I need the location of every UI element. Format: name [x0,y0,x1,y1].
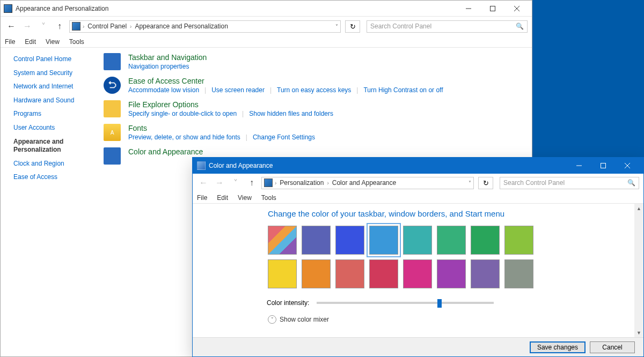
intensity-slider[interactable] [317,302,494,304]
overlay-search-input[interactable]: Search Control Panel 🔍 [500,177,639,189]
category-link[interactable]: Change Font Settings [253,133,315,141]
recent-dropdown[interactable]: ˅ [37,20,50,33]
left-link-control-panel-home[interactable]: Control Panel Home [13,55,93,64]
color-swatch[interactable] [403,259,432,288]
overlay-crumb-color[interactable]: Color and Appearance [331,179,397,187]
menu-view[interactable]: View [46,38,60,46]
address-bar[interactable]: › Control Panel › Appearance and Persona… [69,20,341,33]
category-link[interactable]: Show hidden files and folders [249,110,333,117]
category-icon: A [104,124,121,141]
category-title[interactable]: File Explorer Options [128,100,333,109]
left-link-ease-of-access[interactable]: Ease of Access [13,173,93,182]
left-link-programs[interactable]: Programs [13,110,93,118]
category-link[interactable]: Turn High Contrast on or off [363,86,443,94]
category-title[interactable]: Ease of Access Center [128,77,443,85]
overlay-address-bar[interactable]: › Personalization › Color and Appearance… [261,177,474,189]
category-body: File Explorer Options Specify single- or… [128,100,333,117]
overlay-close-button[interactable] [615,158,639,174]
overlay-refresh-button[interactable]: ↻ [478,177,493,189]
menu-edit[interactable]: Edit [217,194,228,202]
crumb-sep-icon: › [130,24,131,29]
category-link[interactable]: Accommodate low vision [128,86,199,94]
cancel-button[interactable]: Cancel [590,341,635,353]
left-link-system-and-security[interactable]: System and Security [13,69,93,78]
left-link-hardware-and-sound[interactable]: Hardware and Sound [13,96,93,105]
color-swatch[interactable] [335,259,364,288]
save-changes-button[interactable]: Save changes [530,341,586,353]
category-title[interactable]: Fonts [128,124,315,132]
category-link[interactable]: Specify single- or double-click to open [128,110,237,117]
color-swatch[interactable] [268,259,297,288]
left-link-network-and-internet[interactable]: Network and Internet [13,83,93,91]
category-row: ⮌ Ease of Access Center Accommodate low … [104,77,521,94]
intensity-label: Color intensity: [267,299,309,307]
maximize-button[interactable] [480,1,504,16]
scroll-down-icon[interactable]: ▼ [634,328,643,337]
overlay-up-button[interactable]: ↑ [245,176,258,189]
category-link[interactable]: Preview, delete, or show and hide fonts [128,133,240,141]
crumb-sep-icon: › [83,24,84,29]
color-swatch[interactable] [437,226,466,255]
overlay-icon [197,161,206,170]
forward-button[interactable]: → [21,20,34,33]
scroll-up-icon[interactable]: ▲ [634,204,643,213]
menu-view[interactable]: View [238,194,252,202]
overlay-recent-dropdown[interactable]: ˅ [229,176,242,189]
color-mixer-toggle[interactable]: ˅ Show color mixer [268,315,635,324]
overlay-maximize-button[interactable] [591,158,615,174]
color-swatch[interactable] [437,259,466,288]
color-swatch[interactable] [471,259,500,288]
left-link-user-accounts[interactable]: User Accounts [13,124,93,132]
color-swatch[interactable] [403,226,432,255]
category-icon [104,53,121,70]
overlay-button-bar: Save changes Cancel [193,337,643,356]
color-heading: Change the color of your taskbar, window… [268,209,635,218]
main-titlebar: Appearance and Personalization [1,1,532,17]
intensity-row: Color intensity: [267,299,635,307]
category-title[interactable]: Color and Appearance [128,147,203,156]
refresh-button[interactable]: ↻ [345,20,360,33]
main-menu-bar: FileEditViewTools [1,36,532,48]
color-swatch[interactable] [302,226,331,255]
close-button[interactable] [504,1,529,16]
overlay-title-text: Color and Appearance [209,162,567,169]
minimize-button[interactable] [456,1,480,16]
menu-edit[interactable]: Edit [25,38,36,46]
category-row: A Fonts Preview, delete, or show and hid… [104,124,521,141]
left-link-clock-and-region[interactable]: Clock and Region [13,160,93,168]
color-swatch[interactable] [471,226,500,255]
svg-rect-1 [490,6,495,11]
menu-file[interactable]: File [197,194,207,202]
color-swatch[interactable] [335,226,364,255]
category-links: Navigation properties [128,63,207,70]
menu-tools[interactable]: Tools [69,38,84,46]
menu-tools[interactable]: Tools [261,194,276,202]
color-swatch[interactable] [302,259,331,288]
category-link[interactable]: Turn on easy access keys [277,86,351,94]
overlay-crumb-personalization[interactable]: Personalization [279,179,325,187]
overlay-minimize-button[interactable] [567,158,591,174]
color-swatch[interactable] [504,259,533,288]
overlay-back-button[interactable]: ← [197,176,210,189]
vertical-scrollbar[interactable]: ▲ ▼ [634,204,643,337]
slider-thumb[interactable] [437,299,442,308]
menu-file[interactable]: File [5,38,15,46]
color-swatch[interactable] [369,226,398,255]
category-title[interactable]: Taskbar and Navigation [128,53,207,62]
crumb-appearance[interactable]: Appearance and Personalization [134,23,229,30]
overlay-address-dropdown-icon[interactable]: ˅ [469,180,471,186]
address-dropdown-icon[interactable]: ˅ [335,24,338,29]
search-input[interactable]: Search Control Panel 🔍 [367,20,528,33]
window-controls [456,1,529,16]
color-swatch[interactable] [369,259,398,288]
left-link-appearance-and-personalization[interactable]: Appearance and Personalization [13,138,93,154]
back-button[interactable]: ← [5,20,18,33]
main-window-title: Appearance and Personalization [16,5,456,12]
crumb-control-panel[interactable]: Control Panel [86,23,128,30]
color-swatch[interactable] [504,226,533,255]
category-link[interactable]: Use screen reader [211,86,265,94]
up-button[interactable]: ↑ [53,20,66,33]
category-link[interactable]: Navigation properties [128,63,189,70]
color-swatch[interactable] [268,226,297,255]
overlay-forward-button[interactable]: → [213,176,226,189]
